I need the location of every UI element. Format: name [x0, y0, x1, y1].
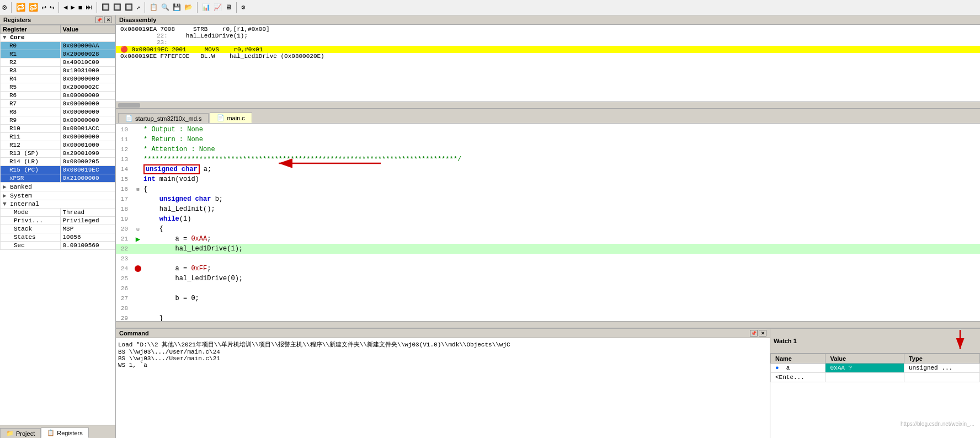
- reg-value-r2: 0x40010C00: [60, 58, 115, 67]
- separator-6: [236, 2, 237, 13]
- disassembly-content[interactable]: 0x080019EA 7008 STRB r0,[r1,#0x00] 22: h…: [116, 25, 980, 102]
- code-line-10: 10 * Output : None: [116, 125, 980, 135]
- breakpoint-icon[interactable]: [135, 265, 141, 272]
- table-row: R1 0x20000028: [1, 50, 115, 58]
- keyword-int: int: [143, 175, 156, 183]
- reg-name-xpsr: xPSR: [1, 174, 61, 183]
- toolbar-icon-4[interactable]: ↩: [41, 3, 46, 12]
- registers-close-btn[interactable]: ✕: [104, 17, 112, 23]
- toolbar-icon-1[interactable]: ⚙: [2, 3, 7, 12]
- reg-banked-label: ▶ Banked: [1, 183, 115, 191]
- command-pin-btn[interactable]: 📌: [750, 330, 758, 336]
- toolbar-icon-21[interactable]: ⚙: [241, 3, 245, 12]
- reg-value-r12: 0x00001000: [60, 141, 115, 149]
- line-marker-21: ▶: [132, 234, 143, 244]
- code-line-27: 27 b = 0;: [116, 293, 980, 303]
- toolbar-icon-15[interactable]: 🔍: [161, 3, 169, 12]
- toolbar-icon-5[interactable]: ↪: [50, 3, 54, 12]
- watch-enter-cell[interactable]: <Ente...: [771, 373, 825, 382]
- toolbar-icon-13[interactable]: ↗: [136, 3, 140, 12]
- code-line-12: 12 * Attention : None: [116, 145, 980, 154]
- toolbar-icon-19[interactable]: 📈: [214, 3, 222, 12]
- code-text: * Return : None: [143, 136, 203, 143]
- line-num-13: 13: [116, 156, 132, 163]
- watch-value-a: 0xAA ?: [825, 364, 904, 373]
- system-expand-icon[interactable]: ▶: [3, 193, 7, 199]
- command-close-btn[interactable]: ✕: [759, 330, 766, 336]
- code-scrollbar[interactable]: [116, 321, 980, 328]
- code-line-22: 22 hal_Led1Drive(1);: [116, 244, 980, 254]
- code-line-18: 18 hal_LedInit();: [116, 204, 980, 214]
- reg-value-r14: 0x08000205: [60, 158, 115, 166]
- line-num-17: 17: [116, 196, 132, 202]
- table-row: Mode Thread: [1, 209, 115, 217]
- keyword-while: while: [159, 215, 179, 223]
- toolbar-icon-20[interactable]: 🖥: [225, 3, 232, 12]
- table-row: R5 0x2000002C: [1, 83, 115, 92]
- tab-registers[interactable]: 📋 Registers: [41, 428, 88, 438]
- right-panel: Disassembly 0x080019EA 7008 STRB r0,[r1,…: [116, 15, 980, 438]
- main-file-icon: 📄: [217, 114, 225, 121]
- watermark: https://blog.csdn.net/weixin_...: [901, 421, 974, 427]
- table-row: R13 (SP) 0x20001090: [1, 149, 115, 158]
- toolbar-icon-14[interactable]: 📋: [150, 3, 158, 12]
- command-line-1: Load "D:\\2 其他\\2021年项目\\单片机培训\\项目\\报警主机…: [118, 340, 768, 349]
- table-row: Stack MSP: [1, 225, 115, 233]
- reg-name-r2: R2: [1, 58, 61, 67]
- keyword-unsigned: unsigned char: [146, 165, 198, 173]
- toolbar-icon-11[interactable]: 🔲: [113, 3, 121, 12]
- toolbar-icon-17[interactable]: 📂: [184, 3, 193, 12]
- line-code-19: while(1): [143, 215, 980, 223]
- reg-group-system: ▶ System: [1, 191, 115, 200]
- line-num-18: 18: [116, 206, 132, 212]
- toolbar-icon-3[interactable]: 🔂: [29, 3, 38, 12]
- toolbar-icon-12[interactable]: 🔲: [125, 3, 133, 12]
- code-content[interactable]: 10 * Output : None 11 * Return : None: [116, 124, 980, 321]
- toolbar-icon-9[interactable]: ⏭: [86, 3, 92, 12]
- hex-0xAA: 0xAA: [191, 235, 207, 243]
- disasm-scroll-thumb[interactable]: [118, 103, 140, 108]
- line-num-27: 27: [116, 295, 132, 302]
- toolbar-icon-2[interactable]: 🔁: [16, 3, 25, 12]
- disasm-args-1: r0,[r1,#0x00]: [222, 26, 270, 33]
- main-file-label: main.c: [227, 115, 244, 121]
- watch-row-a: ● a 0xAA ? unsigned ...: [771, 364, 980, 373]
- disasm-scrollbar[interactable]: [116, 102, 980, 108]
- line-code-14: unsigned char a;: [143, 164, 980, 174]
- banked-expand-icon[interactable]: ▶: [3, 184, 7, 190]
- table-row: R14 (LR) 0x08000205: [1, 158, 115, 166]
- code-line-26: 26: [116, 284, 980, 293]
- code-line-16: 16 ⊟ {: [116, 184, 980, 194]
- internal-expand-icon[interactable]: ▼: [3, 201, 7, 207]
- tab-project[interactable]: 📁 Project: [0, 428, 41, 438]
- toolbar-icon-10[interactable]: 🔲: [102, 3, 110, 12]
- disasm-current-addr: 0x080019EC 2001: [132, 46, 201, 53]
- reg-mode-value: Thread: [60, 209, 115, 217]
- table-row: R6 0x00000000: [1, 92, 115, 100]
- command-title: Command: [119, 330, 149, 336]
- reg-name-r10: R10: [1, 125, 61, 133]
- project-icon: 📁: [6, 430, 14, 437]
- code-line-13: 13 *************************************…: [116, 154, 980, 164]
- toolbar-icon-8[interactable]: ◼: [78, 3, 82, 12]
- toolbar-icon-16[interactable]: 💾: [173, 3, 181, 12]
- disassembly-panel: Disassembly 0x080019EA 7008 STRB r0,[r1,…: [116, 15, 980, 109]
- table-row: xPSR 0x21000000: [1, 174, 115, 183]
- table-row: R9 0x00000000: [1, 116, 115, 125]
- core-expand-icon[interactable]: ▼: [3, 34, 7, 41]
- registers-container[interactable]: Register Value ▼ Core R0 0x000000AA: [0, 25, 115, 425]
- toolbar-icon-18[interactable]: 📊: [202, 3, 210, 12]
- code-line-19: 19 while(1): [116, 214, 980, 224]
- table-row: R2 0x40010C00: [1, 58, 115, 67]
- watch-col-name: Name: [771, 354, 825, 364]
- tab-main-c[interactable]: 📄 main.c: [210, 113, 252, 123]
- registers-pin-btn[interactable]: 📌: [95, 17, 103, 23]
- tab-startup[interactable]: 📄 startup_stm32f10x_md.s: [118, 113, 209, 123]
- line-num-28: 28: [116, 305, 132, 312]
- watch-row-enter[interactable]: <Ente...: [771, 373, 980, 382]
- toolbar-icon-6[interactable]: ◀: [63, 3, 67, 12]
- table-row: States 10056: [1, 233, 115, 242]
- reg-value-r15: 0x080019EC: [60, 166, 115, 174]
- toolbar-icon-7[interactable]: ▶: [71, 3, 75, 12]
- command-content[interactable]: Load "D:\\2 其他\\2021年项目\\单片机培训\\项目\\报警主机…: [116, 338, 770, 438]
